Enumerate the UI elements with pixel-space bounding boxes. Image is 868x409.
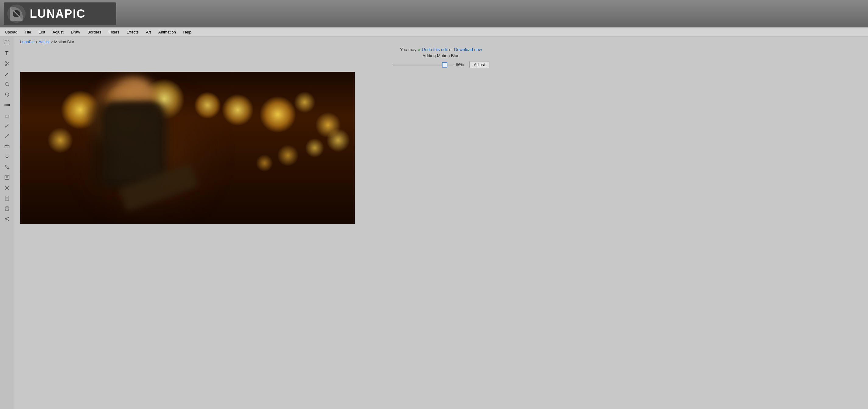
info-or: or <box>449 47 454 52</box>
image-canvas <box>20 72 355 224</box>
blur-slider[interactable] <box>393 61 454 68</box>
left-toolbar: T <box>0 36 14 409</box>
eraser-tool[interactable] <box>2 111 12 120</box>
content-area: LunaPic > Adjust > Motion Blur You may ↺… <box>14 36 868 409</box>
svg-point-16 <box>5 126 6 127</box>
undo-icon: ↺ <box>417 48 421 52</box>
stamp-tool[interactable] <box>2 152 12 161</box>
svg-rect-12 <box>4 104 10 106</box>
svg-rect-26 <box>6 178 8 179</box>
gradient-tool[interactable] <box>2 100 12 109</box>
svg-point-21 <box>6 155 8 157</box>
document-tool[interactable] <box>2 193 12 203</box>
logo-icon <box>7 4 26 24</box>
bucket-tool[interactable] <box>2 162 12 171</box>
svg-line-15 <box>6 124 8 127</box>
svg-rect-35 <box>6 209 8 210</box>
menu-animation[interactable]: Animation <box>155 29 180 35</box>
adjust-button[interactable]: Adjust <box>469 61 489 68</box>
info-prefix: You may <box>400 47 417 52</box>
svg-line-40 <box>6 219 8 220</box>
menu-art[interactable]: Art <box>142 29 155 35</box>
rotate-tool[interactable] <box>2 90 12 99</box>
svg-point-36 <box>8 217 9 218</box>
logo-box[interactable]: LUNAPIC <box>4 2 116 25</box>
close-tool[interactable] <box>2 183 12 192</box>
guitarist-jacket <box>104 112 159 178</box>
menu-borders[interactable]: Borders <box>84 29 105 35</box>
svg-point-38 <box>8 220 9 221</box>
undo-link[interactable]: Undo this edit <box>422 47 448 52</box>
svg-point-3 <box>5 62 6 63</box>
menu-effects[interactable]: Effects <box>123 29 143 35</box>
svg-marker-11 <box>5 94 6 96</box>
svg-rect-25 <box>6 175 8 177</box>
select-tool[interactable] <box>2 38 12 48</box>
logo-text: LUNAPIC <box>30 7 86 21</box>
menu-filters[interactable]: Filters <box>105 29 123 35</box>
menu-adjust[interactable]: Adjust <box>49 29 67 35</box>
share-tool[interactable] <box>2 214 12 223</box>
slider-percent-label: 86% <box>456 62 467 67</box>
app-header: LUNAPIC <box>0 0 868 27</box>
info-line2: Adding Motion Blur. <box>20 53 862 58</box>
pen-tool[interactable] <box>2 131 12 140</box>
menu-file[interactable]: File <box>21 29 35 35</box>
guitarist-figure <box>66 75 248 224</box>
breadcrumb-sep1: > <box>36 39 39 44</box>
svg-line-39 <box>6 218 8 219</box>
breadcrumb-adjust[interactable]: Adjust <box>39 39 50 44</box>
menu-upload[interactable]: Upload <box>1 29 21 35</box>
slider-thumb[interactable] <box>442 62 447 68</box>
print-tool[interactable] <box>2 204 12 213</box>
folder-tool[interactable] <box>2 142 12 151</box>
download-link[interactable]: Download now <box>454 47 482 52</box>
scissors-tool[interactable] <box>2 59 12 68</box>
svg-point-23 <box>8 168 9 169</box>
svg-line-20 <box>5 137 6 138</box>
breadcrumb: LunaPic > Adjust > Motion Blur <box>20 39 74 44</box>
controls-bar: 86% Adjust <box>20 61 862 68</box>
info-line1: You may ↺ Undo this edit or Download now <box>20 47 862 52</box>
breadcrumb-sep2: > <box>51 39 54 44</box>
svg-line-17 <box>8 124 9 124</box>
menu-draw[interactable]: Draw <box>67 29 84 35</box>
brush-tool[interactable] <box>2 69 12 78</box>
breadcrumb-current: Motion Blur <box>54 39 74 44</box>
svg-point-37 <box>5 218 6 219</box>
info-bar: You may ↺ Undo this edit or Download now… <box>20 47 862 58</box>
zoom-tool[interactable] <box>2 80 12 89</box>
eyedropper-tool[interactable] <box>2 121 12 130</box>
svg-point-4 <box>5 64 6 66</box>
menubar: Upload File Edit Adjust Draw Borders Fil… <box>0 27 868 36</box>
svg-point-9 <box>5 83 8 86</box>
main-layout: T <box>0 36 868 409</box>
svg-point-8 <box>5 75 6 76</box>
menu-help[interactable]: Help <box>180 29 195 35</box>
svg-line-10 <box>8 85 9 87</box>
svg-rect-2 <box>5 41 9 45</box>
text-tool[interactable]: T <box>2 49 12 58</box>
svg-rect-22 <box>6 157 8 158</box>
menu-edit[interactable]: Edit <box>35 29 49 35</box>
breadcrumb-lunapic[interactable]: LunaPic <box>20 39 34 44</box>
save-tool[interactable] <box>2 173 12 182</box>
